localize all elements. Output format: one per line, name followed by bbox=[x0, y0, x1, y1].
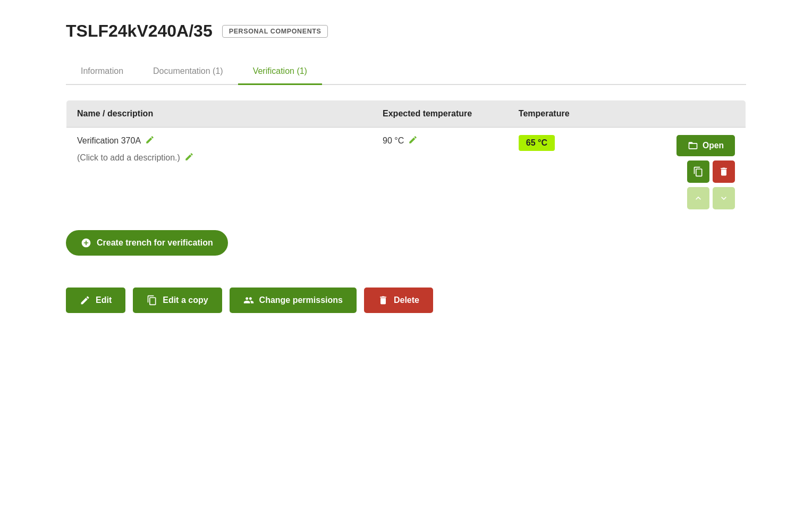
col-header-name: Name / description bbox=[66, 100, 373, 128]
verification-description[interactable]: (Click to add a description.) bbox=[77, 153, 180, 163]
open-label: Open bbox=[703, 141, 724, 150]
col-header-expected-temp: Expected temperature bbox=[372, 100, 508, 128]
row-sort-group bbox=[687, 187, 735, 209]
copy-button[interactable] bbox=[687, 160, 709, 183]
personal-components-badge: PERSONAL COMPONENTS bbox=[222, 25, 328, 38]
bottom-actions-bar: Edit Edit a copy Change permissions Dele… bbox=[66, 288, 746, 313]
verification-name: Verification 370A bbox=[77, 136, 141, 146]
tab-verification[interactable]: Verification (1) bbox=[238, 60, 322, 85]
move-up-button[interactable] bbox=[687, 187, 709, 209]
delete-label: Delete bbox=[394, 295, 419, 305]
tab-documentation[interactable]: Documentation (1) bbox=[138, 60, 238, 85]
edit-desc-icon[interactable] bbox=[184, 152, 194, 164]
temperature-badge: 65 °C bbox=[519, 135, 555, 151]
verification-table: Name / description Expected temperature … bbox=[66, 100, 746, 217]
create-trench-label: Create trench for verification bbox=[97, 238, 213, 248]
create-trench-button[interactable]: Create trench for verification bbox=[66, 230, 228, 256]
delete-row-button[interactable] bbox=[713, 160, 735, 183]
edit-name-icon[interactable] bbox=[145, 135, 155, 147]
expected-temperature-value: 90 °C bbox=[383, 136, 404, 146]
edit-copy-label: Edit a copy bbox=[163, 295, 208, 305]
row-action-group bbox=[687, 160, 735, 183]
move-down-button[interactable] bbox=[713, 187, 735, 209]
change-permissions-button[interactable]: Change permissions bbox=[230, 288, 357, 313]
table-row: Verification 370A (Click to add a descri… bbox=[66, 128, 746, 217]
open-button[interactable]: Open bbox=[676, 135, 735, 156]
edit-copy-button[interactable]: Edit a copy bbox=[133, 288, 222, 313]
col-header-actions bbox=[644, 100, 746, 128]
edit-label: Edit bbox=[96, 295, 112, 305]
page-title: TSLF24kV240A/35 bbox=[66, 21, 213, 41]
tabs-bar: Information Documentation (1) Verificati… bbox=[66, 60, 746, 85]
tab-information[interactable]: Information bbox=[66, 60, 138, 85]
delete-button[interactable]: Delete bbox=[364, 288, 433, 313]
col-header-temperature: Temperature bbox=[508, 100, 644, 128]
edit-button[interactable]: Edit bbox=[66, 288, 125, 313]
edit-expected-temp-icon[interactable] bbox=[408, 135, 418, 147]
change-permissions-label: Change permissions bbox=[259, 295, 343, 305]
